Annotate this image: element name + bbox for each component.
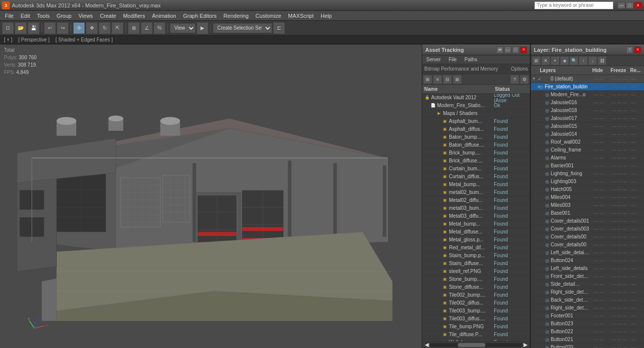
menu-group[interactable]: Group	[53, 12, 75, 20]
asset-row[interactable]: ▣ Tile_bump.PNG Found	[422, 323, 530, 331]
scroll-left-btn[interactable]: ◀	[423, 342, 430, 348]
minimize-button[interactable]: —	[617, 2, 625, 9]
tb-undo[interactable]: ↩	[44, 22, 56, 34]
asset-row[interactable]: ▣ Metal_gloss.p... Found	[422, 236, 530, 244]
close-button[interactable]: ✕	[634, 2, 642, 9]
layer-row[interactable]: ◎ Modern_Fire...o — — — — — —	[531, 91, 644, 99]
menu-file[interactable]: File	[2, 12, 17, 20]
layer-row[interactable]: ◎ Hatch005 — — — — — —	[531, 186, 644, 193]
asset-row[interactable]: ▣ Baton_diffuse.... Found	[422, 141, 530, 149]
asset-row[interactable]: ▣ Stone_diffuse... Found	[422, 283, 530, 291]
scroll-track-h[interactable]	[430, 343, 522, 347]
tb-redo[interactable]: ↪	[57, 22, 69, 34]
menu-edit[interactable]: Edit	[18, 12, 33, 20]
layer-tb-1[interactable]: ⊞	[532, 56, 541, 65]
layer-row[interactable]: ◎ Barrier001 — — — — — —	[531, 162, 644, 170]
asset-row[interactable]: ▣ Metal_diffuse... Found	[422, 228, 530, 236]
asset-options-label[interactable]: Options	[511, 66, 528, 72]
tb-scale[interactable]: ⇱	[112, 22, 123, 34]
layer-row[interactable]: ◎ Front_side_deta… — — — — — —	[531, 272, 644, 280]
tb-named-sel[interactable]: ⊏	[273, 22, 285, 34]
menu-graph-editors[interactable]: Graph Editors	[180, 12, 220, 20]
asset-tb-3[interactable]: ⊟	[443, 75, 452, 84]
asset-row[interactable]: ▣ Stairs_bump.p... Found	[422, 252, 530, 260]
layer-row[interactable]: ◎ Button020 — — — — — —	[531, 344, 644, 348]
tb-render[interactable]: ▶	[197, 22, 208, 34]
layer-tb-add[interactable]: +	[551, 56, 560, 65]
layer-row[interactable]: ◎ Right_side_deta… — — — — — —	[531, 304, 644, 312]
layer-row[interactable]: ◎ Base001 — — — — — —	[531, 209, 644, 217]
asset-row[interactable]: ▣ metal02_bum... Found	[422, 189, 530, 196]
layer-row[interactable]: ◎ Ceiling_frame — — — — — —	[531, 146, 644, 154]
menu-customize[interactable]: Customize	[252, 12, 284, 20]
menu-animation[interactable]: Animation	[149, 12, 179, 20]
layer-tb-down[interactable]: ↓	[588, 56, 597, 65]
asset-table[interactable]: 🔒 Autodesk Vault 2012 Logged Out (Asse 📄…	[422, 94, 530, 341]
asset-tb-1[interactable]: ⊞	[423, 75, 432, 84]
asset-row[interactable]: 📄 Modern_Fire_Statio... Ok	[422, 102, 530, 110]
layer-row[interactable]: ◎ Lighting_fixing — — — — — —	[531, 170, 644, 178]
asset-row[interactable]: ▣ Tile_diffuse.P... Found	[422, 331, 530, 339]
tb-rotate[interactable]: ↻	[99, 22, 111, 34]
asset-menu-paths[interactable]: Paths	[461, 56, 482, 63]
layer-row[interactable]: ◎ Roof_wall002 — — — — — —	[531, 138, 644, 146]
tb-open[interactable]: 📂	[15, 22, 27, 34]
layer-tb-del[interactable]: ✕	[541, 56, 550, 65]
layer-row[interactable]: ◎ Jalousie016 — — — — — —	[531, 99, 644, 107]
layer-list[interactable]: ▼ ✓ 0 (default) — — — — — — ▶ ◎ Fire_sta…	[531, 75, 644, 348]
asset-row[interactable]: ▣ Curtain_bum... Found	[422, 165, 530, 173]
tb-snap[interactable]: ⊞	[128, 22, 140, 34]
menu-rendering[interactable]: Rendering	[221, 12, 252, 20]
asset-row[interactable]: ▣ Curtain_diffus... Found	[422, 173, 530, 181]
asset-panel-maximize[interactable]: □	[512, 46, 519, 53]
layer-tb-link[interactable]: ⛓	[598, 56, 606, 65]
layer-row[interactable]: ◎ Left_side_detail… — — — — — —	[531, 249, 644, 257]
scroll-thumb-h[interactable]	[458, 343, 485, 347]
layer-row[interactable]: ◎ Footer001 — — — — — —	[531, 312, 644, 320]
asset-row[interactable]: ▣ Metal02_diffu... Found	[422, 196, 530, 204]
asset-row[interactable]: ▣ steell_ref.PNG Found	[422, 268, 530, 275]
layer-panel-help[interactable]: ?	[626, 46, 633, 53]
layer-row[interactable]: ◎ Cover_details003 — — — — — —	[531, 225, 644, 233]
asset-menu-file[interactable]: File	[444, 56, 460, 63]
tb-new[interactable]: 🗋	[2, 22, 14, 34]
maximize-button[interactable]: □	[626, 2, 634, 9]
asset-row[interactable]: ▣ metal03_bum... Found	[422, 204, 530, 212]
menu-maxscript[interactable]: MAXScript	[285, 12, 317, 20]
asset-tb-4[interactable]: ⊞	[453, 75, 462, 84]
asset-menu-server[interactable]: Server	[422, 56, 444, 63]
layer-row[interactable]: ◎ Jalousie017 — — — — — —	[531, 115, 644, 122]
vp-perspective[interactable]: [ Perspective ]	[16, 37, 51, 42]
layer-tb-up[interactable]: ↑	[579, 56, 588, 65]
asset-scrollbar-h[interactable]: ◀ ▶	[422, 341, 530, 348]
layer-row[interactable]: ◎ Cover_details001 — — — — — —	[531, 217, 644, 225]
selection-set[interactable]: Create Selection Set	[213, 23, 272, 33]
layer-row[interactable]: ◎ Miles004 — — — — — —	[531, 193, 644, 201]
tb-percent-snap[interactable]: %	[154, 22, 165, 34]
layer-row[interactable]: ◎ Right_side_deta… — — — — — —	[531, 288, 644, 296]
asset-tb-2[interactable]: ≡	[433, 75, 442, 84]
asset-panel-arrows[interactable]: ⇄	[496, 46, 503, 53]
layer-row[interactable]: ▼ ✓ 0 (default) — — — — — —	[531, 75, 644, 83]
menu-help[interactable]: Help	[318, 12, 335, 20]
asset-row[interactable]: ▣ Stone_bump.... Found	[422, 275, 530, 283]
tb-select[interactable]: ✜	[73, 22, 85, 34]
asset-row[interactable]: 🔒 Autodesk Vault 2012 Logged Out (Asse	[422, 94, 530, 102]
vp-shading[interactable]: [ Shaded + Edged Faces ]	[53, 37, 115, 42]
asset-row[interactable]: ▣ Stairs_diffuse... Found	[422, 260, 530, 268]
view-select[interactable]: View	[170, 23, 196, 33]
asset-row[interactable]: ▣ Brick_bump.... Found	[422, 149, 530, 157]
asset-tb-settings[interactable]: ⚙	[520, 75, 529, 84]
asset-row[interactable]: ▣ Asphalt_diffus... Found	[422, 125, 530, 133]
asset-panel-minimize[interactable]: —	[504, 46, 511, 53]
asset-tb-help[interactable]: ?	[510, 75, 519, 84]
layer-tb-sel[interactable]: ◈	[560, 56, 569, 65]
asset-row[interactable]: ▣ Tile002_diffus... Found	[422, 299, 530, 307]
layer-row[interactable]: ◎ Button021 — — — — — —	[531, 336, 644, 344]
layer-row[interactable]: ◎ Button023 — — — — — —	[531, 320, 644, 328]
layer-row[interactable]: ◎ Back_side_detail… — — — — — —	[531, 296, 644, 304]
layer-row[interactable]: ◎ Jalousie014 — — — — — —	[531, 130, 644, 138]
tb-angle-snap[interactable]: ∠	[141, 22, 153, 34]
layer-row[interactable]: ▶ ◎ Fire_station_buildin — — — — — —	[531, 83, 644, 91]
menu-views[interactable]: Views	[76, 12, 96, 20]
